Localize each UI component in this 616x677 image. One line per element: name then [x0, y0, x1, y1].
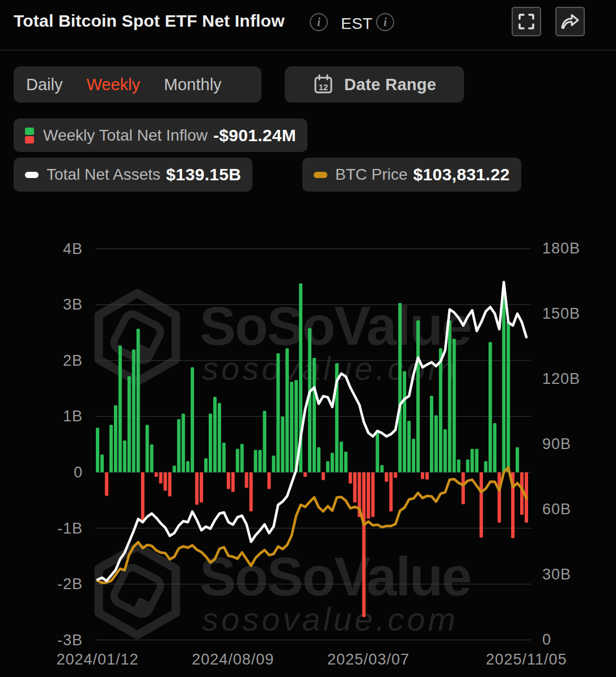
inflow-bar [398, 303, 402, 472]
inflow-swatch-icon [25, 128, 34, 143]
legend-net-assets[interactable]: Total Net Assets $139.15B [14, 158, 252, 192]
btc-swatch-icon [314, 172, 327, 178]
x-axis-tick: 2025/03/07 [327, 651, 410, 668]
inflow-bar [105, 472, 108, 496]
inflow-bar [353, 472, 357, 502]
inflow-bar [471, 449, 474, 472]
inflow-bar [109, 425, 113, 472]
inflow-bar [209, 414, 212, 472]
inflow-bar [236, 449, 239, 472]
inflow-bar [331, 453, 334, 472]
inflow-bar [218, 403, 221, 472]
inflow-bar [267, 472, 271, 489]
legend-net-inflow[interactable]: Weekly Total Net Inflow -$901.24M [14, 119, 307, 152]
tab-monthly[interactable]: Monthly [164, 75, 222, 94]
date-range-button[interactable]: 12 Date Range [285, 66, 464, 103]
right-axis-tick: 150B [542, 305, 580, 322]
inflow-bar [385, 472, 388, 482]
timezone-label: EST [341, 15, 373, 33]
left-axis-tick: -3B [57, 632, 83, 649]
inflow-bar [258, 450, 261, 472]
inflow-bar [163, 472, 167, 491]
inflow-bar [425, 472, 429, 480]
inflow-bar [462, 472, 465, 504]
page-title: Total Bitcoin Spot ETF Net Inflow [14, 11, 285, 31]
left-axis-tick: 2B [63, 352, 83, 369]
inflow-bar [488, 342, 492, 472]
inflow-bar [375, 431, 379, 472]
inflow-bar [177, 419, 180, 472]
inflow-bar [172, 466, 176, 472]
inflow-bar [416, 320, 420, 472]
inflow-bar [168, 472, 171, 496]
inflow-bar [191, 367, 194, 472]
tab-weekly[interactable]: Weekly [86, 75, 140, 94]
inflow-bar [96, 428, 99, 472]
inflow-bar [475, 449, 478, 472]
inflow-bar [213, 397, 217, 472]
inflow-bar [128, 376, 131, 472]
left-axis-tick: -1B [57, 520, 83, 537]
right-axis-tick: 180B [542, 240, 580, 257]
inflow-bar [254, 450, 258, 472]
watermark-domain: sosovalue.com [202, 350, 458, 387]
svg-text:12: 12 [318, 82, 328, 92]
assets-legend-label: Total Net Assets [47, 166, 161, 184]
fullscreen-icon [518, 13, 535, 30]
inflow-bar [119, 345, 122, 472]
inflow-bar [245, 472, 248, 488]
watermark-domain: sosovalue.com [202, 600, 458, 637]
inflow-bar [100, 454, 104, 472]
header-divider [0, 50, 616, 50]
share-icon [560, 12, 580, 31]
sosovalue-watermark: SoSoValuesosovalue.com [99, 546, 471, 637]
inflow-bar [421, 472, 424, 479]
inflow-bar [457, 459, 461, 472]
inflow-bar [484, 461, 487, 472]
inflow-bar [204, 458, 208, 472]
timezone-info-icon[interactable]: i [376, 13, 394, 31]
inflow-bar [317, 447, 320, 472]
inflow-bar [516, 447, 519, 472]
inflow-bar [114, 405, 117, 472]
inflow-bar [448, 320, 452, 472]
fullscreen-button[interactable] [512, 7, 541, 36]
inflow-bar [322, 472, 325, 480]
tab-daily[interactable]: Daily [26, 75, 62, 94]
inflow-bar [394, 472, 397, 478]
btc-legend-value: $103,831.22 [414, 165, 510, 184]
inflow-bar [313, 358, 316, 472]
inflow-bar [186, 461, 189, 472]
share-button[interactable] [555, 7, 585, 36]
inflow-bar [195, 472, 199, 505]
inflow-bar [159, 472, 162, 484]
inflow-bar [272, 455, 275, 472]
inflow-bar [123, 441, 126, 472]
inflow-bar [326, 461, 330, 472]
calendar-icon: 12 [313, 74, 334, 95]
inflow-bar [281, 416, 284, 472]
inflow-bar [479, 472, 483, 538]
right-axis-tick: 60B [542, 501, 571, 518]
info-icon[interactable]: i [310, 13, 328, 31]
inflow-bar [132, 349, 136, 472]
inflow-bar [507, 321, 510, 472]
inflow-bar [444, 429, 447, 472]
left-axis-tick: 1B [63, 408, 83, 425]
right-axis-tick: 30B [542, 566, 571, 583]
inflow-bar [466, 459, 470, 472]
watermark-logo-icon [99, 547, 176, 635]
inflow-bar [182, 414, 185, 472]
inflow-bar [303, 472, 307, 477]
assets-legend-value: $139.15B [166, 165, 242, 184]
btc-legend-label: BTC Price [335, 166, 408, 184]
inflow-bar [371, 472, 374, 517]
legend-btc-price[interactable]: BTC Price $103,831.22 [302, 158, 521, 192]
inflow-bar [349, 472, 352, 484]
inflow-bar [250, 472, 253, 511]
inflow-legend-label: Weekly Total Net Inflow [43, 126, 208, 145]
inflow-bar [340, 442, 343, 472]
inflow-bar [439, 348, 442, 472]
right-axis-tick: 0 [542, 631, 551, 648]
inflow-bar [200, 472, 203, 502]
